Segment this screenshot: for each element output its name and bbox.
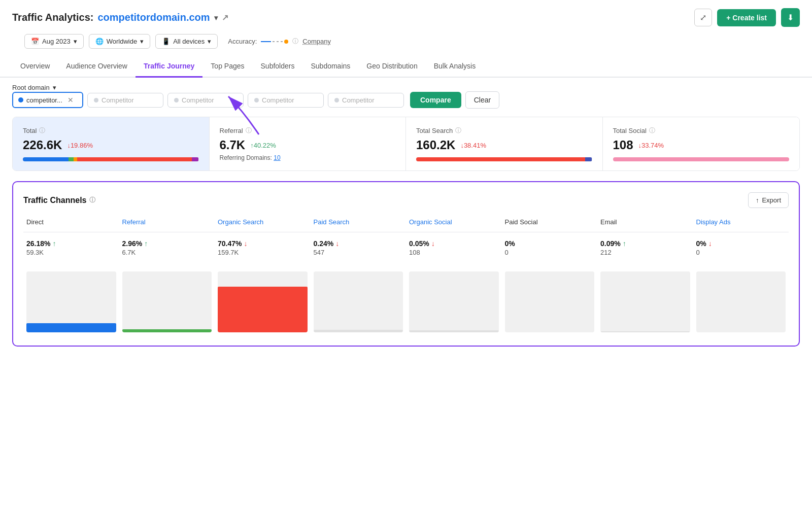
- metric-email: 0.09% ↑: [600, 239, 690, 248]
- location-label: Worldwide: [107, 38, 137, 45]
- stat-card-referral[interactable]: Referral ⓘ 6.7K ↑40.22% Referring Domain…: [210, 117, 407, 170]
- competitor-input-2[interactable]: Competitor: [87, 93, 163, 108]
- col-header-paid-social: Paid Social: [502, 216, 598, 228]
- devices-dropdown-icon: ▾: [208, 38, 211, 45]
- stat-change-total-search: ↓38.41%: [460, 142, 486, 149]
- export-label: Export: [762, 196, 781, 204]
- date-filter[interactable]: 📅 Aug 2023 ▾: [24, 34, 84, 49]
- arrow-display-ads: ↓: [708, 239, 712, 248]
- competitor-placeholder-5: Competitor: [342, 96, 375, 104]
- metric-organic-social: 0.05% ↓: [409, 239, 499, 248]
- metric-paid-social: 0%: [505, 239, 595, 248]
- clear-button[interactable]: Clear: [465, 91, 499, 109]
- download-button[interactable]: ⬇: [781, 8, 800, 27]
- stat-label-total: Total ⓘ: [23, 126, 199, 135]
- info-icon-total-search: ⓘ: [455, 126, 461, 135]
- mini-chart-paid-search: [314, 271, 403, 332]
- stat-value-total-social: 108 ↓33.74%: [613, 138, 790, 152]
- col-chart-paid-social: [502, 263, 598, 335]
- stat-card-total-social[interactable]: Total Social ⓘ 108 ↓33.74%: [603, 117, 800, 170]
- mini-chart-direct: [26, 271, 116, 332]
- info-icon-total: ⓘ: [39, 126, 45, 135]
- stat-change-referral: ↑40.22%: [250, 142, 276, 149]
- col-header-direct: Direct: [23, 216, 119, 228]
- col-header-organic-social[interactable]: Organic Social: [406, 216, 502, 228]
- competitor-input-5[interactable]: Competitor: [328, 93, 404, 108]
- date-label: Aug 2023: [42, 38, 71, 45]
- col-body-paid-social: 0% 0: [502, 236, 598, 259]
- competitor-chip-1[interactable]: competitor... ✕: [12, 92, 83, 108]
- tab-top-pages[interactable]: Top Pages: [202, 56, 252, 78]
- competitor-input-4[interactable]: Competitor: [248, 93, 324, 108]
- export-button[interactable]: ↑ Export: [748, 192, 789, 208]
- arrow-organic-social: ↓: [431, 239, 435, 248]
- external-link-icon[interactable]: ↗: [222, 13, 228, 22]
- col-body-display-ads: 0% ↓ 0: [693, 236, 789, 259]
- tab-bulk-analysis[interactable]: Bulk Analysis: [426, 56, 484, 78]
- input-dot-2: [94, 98, 98, 102]
- arrow-referral: ↑: [144, 239, 148, 248]
- export-icon: ↑: [756, 196, 759, 204]
- domain-dropdown-icon[interactable]: ▾: [214, 14, 218, 22]
- devices-label: All devices: [173, 38, 205, 45]
- company-label: Company: [302, 38, 331, 45]
- competitor-input-3[interactable]: Competitor: [167, 93, 244, 108]
- stat-card-total-search[interactable]: Total Search ⓘ 160.2K ↓38.41%: [406, 117, 603, 170]
- tab-subfolders[interactable]: Subfolders: [253, 56, 303, 78]
- accuracy-dot-orange: [284, 40, 288, 44]
- location-filter[interactable]: 🌐 Worldwide ▾: [89, 34, 150, 49]
- input-dot-4: [254, 98, 259, 102]
- tab-subdomains[interactable]: Subdomains: [302, 56, 358, 78]
- devices-icon: 📱: [162, 38, 170, 45]
- date-dropdown-icon: ▾: [74, 38, 77, 45]
- accuracy-line-solid: [261, 41, 271, 42]
- col-header-referral[interactable]: Referral: [119, 216, 215, 228]
- mini-chart-paid-social: [505, 271, 595, 332]
- competitor-placeholder-2: Competitor: [101, 96, 134, 104]
- col-body-referral: 2.96% ↑ 6.7K: [119, 236, 215, 259]
- mini-chart-email: [600, 271, 690, 332]
- root-domain-label: Root domain: [12, 84, 50, 91]
- count-email: 212: [600, 249, 690, 256]
- compare-button[interactable]: Compare: [410, 92, 461, 108]
- col-header-paid-search[interactable]: Paid Search: [311, 216, 407, 228]
- traffic-channels-section: Traffic Channels ⓘ ↑ Export DirectReferr…: [12, 181, 800, 347]
- col-chart-referral: [119, 263, 215, 335]
- metric-paid-search: 0.24% ↓: [314, 239, 403, 248]
- devices-filter[interactable]: 📱 All devices ▾: [155, 34, 218, 49]
- tab-geo-distribution[interactable]: Geo Distribution: [358, 56, 425, 78]
- col-body-organic-social: 0.05% ↓ 108: [406, 236, 502, 259]
- stat-value-total: 226.6K ↓19.86%: [23, 138, 199, 152]
- count-direct: 59.3K: [26, 249, 116, 256]
- expand-button[interactable]: ⤢: [694, 9, 712, 26]
- arrow-organic-search: ↓: [244, 239, 247, 248]
- create-list-button[interactable]: + Create list: [717, 9, 776, 26]
- info-icon-channels: ⓘ: [89, 196, 95, 204]
- domain-name[interactable]: competitordomain.com: [97, 12, 210, 23]
- col-header-display-ads[interactable]: Display Ads: [693, 216, 789, 228]
- chip-label-1: competitor...: [26, 96, 62, 104]
- tab-traffic-journey[interactable]: Traffic Journey: [136, 56, 202, 78]
- mini-chart-display-ads: [696, 271, 786, 332]
- col-chart-direct: [23, 263, 119, 335]
- arrow-paid-search: ↓: [335, 239, 339, 248]
- metric-display-ads: 0% ↓: [696, 239, 786, 248]
- col-body-direct: 26.18% ↑ 59.3K: [23, 236, 119, 259]
- col-chart-organic-social: [406, 263, 502, 335]
- col-chart-organic-search: [215, 263, 311, 335]
- chip-dot-1: [18, 97, 23, 102]
- arrow-direct: ↑: [52, 239, 56, 248]
- stat-card-total[interactable]: Total ⓘ 226.6K ↓19.86%: [13, 117, 210, 170]
- col-body-paid-search: 0.24% ↓ 547: [311, 236, 407, 259]
- col-header-organic-search[interactable]: Organic Search: [215, 216, 311, 228]
- tab-audience-overview[interactable]: Audience Overview: [58, 56, 136, 78]
- info-icon-referral: ⓘ: [246, 126, 252, 135]
- chip-close-1[interactable]: ✕: [67, 96, 74, 104]
- info-icon-total-social: ⓘ: [649, 126, 655, 135]
- root-domain-dropdown[interactable]: Root domain ▾: [12, 84, 800, 91]
- tab-overview[interactable]: Overview: [12, 56, 58, 78]
- stat-change-total: ↓19.86%: [67, 142, 93, 149]
- col-body-email: 0.09% ↑ 212: [597, 236, 693, 259]
- mini-chart-referral: [122, 271, 212, 332]
- metric-referral: 2.96% ↑: [122, 239, 212, 248]
